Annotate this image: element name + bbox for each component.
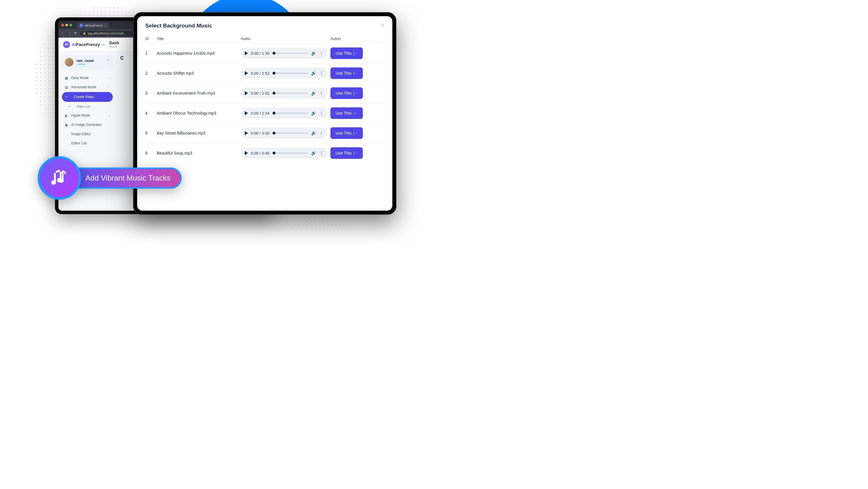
sidebar-item-image-editor[interactable]: Image Editor — [62, 130, 113, 138]
audio-player[interactable]: 0:00 / 0:45 🔊 ⋮ — [241, 148, 328, 159]
music-notes-icon — [48, 166, 71, 189]
arrow-right-icon: |→ — [353, 51, 358, 55]
audio-player[interactable]: 0:00 / 3:00 🔊 ⋮ — [241, 128, 328, 139]
menu-dots-icon[interactable]: ⋮ — [319, 151, 323, 155]
forward-icon[interactable]: → — [68, 31, 71, 35]
volume-icon[interactable]: 🔊 — [311, 150, 316, 156]
sidebar-item-easy-mode[interactable]: ▦Easy Mode › — [62, 73, 113, 82]
use-this-button[interactable]: Use This |→ — [331, 87, 363, 99]
url-text: app.aifacefrenzy.com/create_ — [88, 32, 125, 35]
volume-icon[interactable]: 🔊 — [311, 111, 316, 116]
grid-icon: ▦ — [65, 76, 69, 80]
chevron-up-icon: ⌃ — [107, 86, 110, 89]
seekbar[interactable] — [273, 152, 308, 154]
back-icon[interactable]: ← — [61, 31, 65, 35]
user-status: • online — [76, 63, 94, 66]
user-name: ram_rawat — [76, 59, 94, 63]
arrow-right-icon: |→ — [353, 151, 358, 155]
sidebar-item-create-video[interactable]: • Create Video — [62, 92, 113, 102]
volume-icon[interactable]: 🔊 — [311, 91, 316, 96]
app-logo[interactable]: AI AIFaceFrenzy ⇤ — [63, 41, 106, 48]
time-display: 0:00 / 2:34 — [251, 111, 270, 116]
nav-label: Image Editor — [71, 132, 91, 136]
play-icon[interactable] — [245, 151, 248, 155]
seekbar[interactable] — [273, 53, 308, 54]
menu-dots-icon[interactable]: ⋮ — [319, 111, 323, 116]
sidebar-item-advanced-mode[interactable]: ▤Advanced Mode ⌃ — [62, 83, 113, 91]
play-icon[interactable] — [245, 91, 248, 95]
promo-badge-text: Add Vibrant Music Tracks — [69, 167, 182, 189]
use-this-button[interactable]: Use This |→ — [331, 127, 363, 139]
use-this-button[interactable]: Use This |→ — [331, 48, 363, 59]
page-title: Dash — [110, 40, 119, 45]
audio-player[interactable]: 0:00 / 2:52 🔊 ⋮ — [241, 88, 328, 99]
maximize-window-icon[interactable] — [69, 24, 72, 26]
chevron-right-icon: › — [109, 77, 110, 80]
use-this-button[interactable]: Use This |→ — [331, 108, 363, 119]
close-icon[interactable]: ⊠ — [380, 23, 384, 28]
logo-icon: AI — [63, 41, 70, 48]
main-heading-partial: C — [116, 52, 128, 152]
avatar — [65, 58, 73, 66]
play-icon[interactable] — [245, 131, 248, 135]
seekbar[interactable] — [273, 93, 308, 94]
audio-player[interactable]: 0:00 / 2:52 🔊 ⋮ — [241, 68, 328, 79]
sidebar-item-hyper-mode[interactable]: ◐Hyper Mode › — [62, 111, 113, 120]
audio-player[interactable]: 0:00 / 2:34 🔊 ⋮ — [241, 108, 328, 119]
tab-close-icon[interactable]: × — [104, 24, 106, 27]
table-row: 5 Bay Street Billionaires.mp3 0:00 / 3:0… — [145, 123, 384, 143]
list-icon — [65, 142, 69, 145]
sidebar-collapse-icon[interactable]: ⇤ — [102, 42, 106, 47]
sidebar-item-video-list[interactable]: • Video List — [62, 102, 113, 111]
use-this-button[interactable]: Use This |→ — [331, 147, 363, 159]
tab-favicon-icon — [80, 24, 83, 27]
edit-icon — [65, 132, 69, 136]
track-title: Beautiful Soup.mp3 — [157, 151, 241, 155]
track-title: Ambiant Obscur Technology.mp3 — [157, 111, 241, 116]
play-icon[interactable] — [245, 111, 248, 115]
track-sl: 1 — [145, 51, 157, 56]
reload-icon[interactable]: ⟳ — [74, 31, 77, 35]
sidebar: ram_rawat • online ⚙ ▦Easy Mode › ▤Advan… — [58, 52, 116, 152]
user-card[interactable]: ram_rawat • online ⚙ — [62, 55, 113, 69]
music-badge-icon — [38, 156, 81, 200]
time-display: 0:00 / 0:45 — [251, 151, 270, 155]
track-title: Acoustic Happiness 1m30s.mp3 — [157, 51, 241, 56]
modal-title: Select Background Music — [145, 23, 384, 29]
track-sl: 4 — [145, 111, 157, 116]
menu-dots-icon[interactable]: ⋮ — [319, 131, 323, 135]
tab-title: AiFaceFrenzy — [85, 24, 103, 27]
table-row: 4 Ambiant Obscur Technology.mp3 0:00 / 2… — [145, 103, 384, 123]
seekbar[interactable] — [273, 113, 308, 114]
close-window-icon[interactable] — [61, 24, 64, 26]
lock-icon: 🔒 — [83, 32, 86, 35]
sidebar-item-ai-image-generator[interactable]: ◉AI Image Generator — [62, 120, 113, 129]
time-display: 0:00 / 2:52 — [251, 71, 270, 75]
sidebar-item-editor-list[interactable]: Editor List — [62, 139, 113, 148]
gear-icon[interactable]: ⚙ — [107, 58, 110, 62]
volume-icon[interactable]: 🔊 — [311, 51, 316, 56]
track-title: Bay Street Billionaires.mp3 — [157, 131, 241, 135]
bullet-icon: • — [66, 95, 67, 99]
use-this-button[interactable]: Use This |→ — [331, 67, 363, 79]
browser-tab[interactable]: AiFaceFrenzy × — [77, 23, 109, 28]
track-title: Ambiant Inconvenient Truth.mp3 — [157, 91, 241, 95]
column-title: Title — [157, 36, 241, 41]
track-sl: 2 — [145, 71, 157, 75]
column-audio: Audio — [241, 36, 331, 41]
layout-icon: ▤ — [65, 85, 69, 89]
play-icon[interactable] — [245, 51, 248, 55]
arrow-right-icon: |→ — [353, 71, 358, 75]
volume-icon[interactable]: 🔊 — [311, 70, 316, 76]
column-action: Action — [331, 36, 382, 41]
volume-icon[interactable]: 🔊 — [311, 130, 316, 136]
menu-dots-icon[interactable]: ⋮ — [319, 51, 323, 56]
seekbar[interactable] — [273, 132, 308, 134]
logo-text-ai: AI — [72, 42, 76, 47]
menu-dots-icon[interactable]: ⋮ — [319, 71, 323, 75]
minimize-window-icon[interactable] — [65, 24, 68, 26]
play-icon[interactable] — [245, 71, 248, 75]
menu-dots-icon[interactable]: ⋮ — [319, 91, 323, 95]
seekbar[interactable] — [273, 73, 308, 74]
audio-player[interactable]: 0:00 / 1:30 🔊 ⋮ — [241, 48, 328, 59]
